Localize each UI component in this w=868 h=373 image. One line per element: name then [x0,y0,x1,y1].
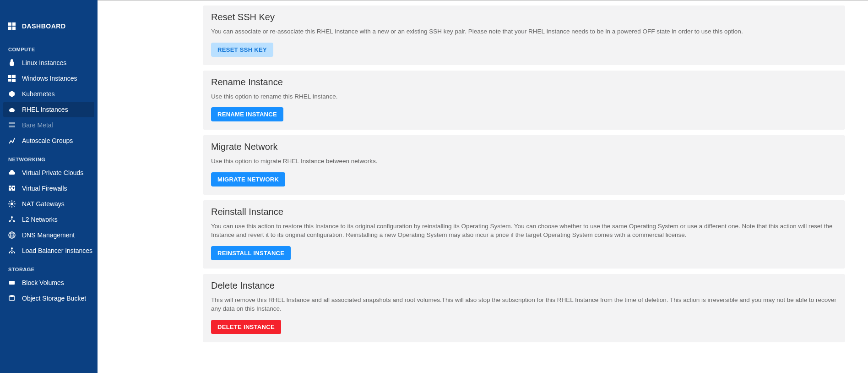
main-content: Reset SSH Key You can associate or re-as… [98,0,868,373]
sidebar-item-bare-metal: Bare Metal [0,117,98,133]
sidebar-item-label: Windows Instances [22,75,77,82]
svg-rect-15 [14,187,15,189]
sidebar-item-rhel-instances[interactable]: RHEL Instances [3,102,94,117]
sidebar-item-label: RHEL Instances [22,106,68,113]
sidebar-item-label: Bare Metal [22,121,53,129]
card-reset-ssh-key: Reset SSH Key You can associate or re-as… [203,5,845,65]
delete-instance-button[interactable]: DELETE INSTANCE [211,320,281,334]
sidebar-item-windows-instances[interactable]: Windows Instances [0,71,98,86]
sidebar-item-block-volumes[interactable]: Block Volumes [0,275,98,291]
sidebar-section-networking: NETWORKING [0,148,98,165]
kubernetes-icon [8,90,16,98]
linux-icon [8,59,16,66]
card-title: Delete Instance [211,280,837,291]
sidebar-item-label: NAT Gateways [22,200,65,208]
svg-point-29 [9,295,15,297]
svg-rect-16 [9,189,11,191]
card-description: You can use this action to restore this … [211,222,837,240]
card-description: This will remove this RHEL Instance and … [211,296,837,313]
cloud-icon [8,169,16,176]
sidebar-item-label: Object Storage Bucket [22,295,86,302]
rhel-icon [8,106,16,113]
svg-rect-26 [11,252,13,253]
sidebar-item-label: Block Volumes [22,279,64,286]
reinstall-instance-button[interactable]: REINSTALL INSTANCE [211,246,291,260]
load-balancer-icon [8,247,16,254]
card-delete-instance: Delete Instance This will remove this RH… [203,274,845,342]
sidebar-item-label: Kubernetes [22,90,55,98]
svg-point-19 [11,216,13,218]
svg-rect-11 [9,186,11,187]
sidebar-item-linux-instances[interactable]: Linux Instances [0,55,98,71]
svg-rect-0 [8,22,11,26]
bucket-icon [8,295,16,302]
sidebar-item-kubernetes[interactable]: Kubernetes [0,86,98,102]
svg-rect-27 [14,252,15,253]
sidebar-item-dashboard[interactable]: DASHBOARD [0,18,98,34]
sidebar-item-label: Autoscale Groups [22,137,73,144]
sidebar-item-label: Load Balancer Instances [22,247,92,254]
reset-ssh-key-button[interactable]: RESET SSH KEY [211,43,273,57]
sidebar-item-label: DNS Management [22,231,75,239]
windows-icon [8,75,16,82]
svg-rect-6 [8,79,11,82]
dashboard-icon [8,22,16,30]
svg-rect-12 [12,186,15,187]
svg-rect-2 [8,27,11,30]
autoscale-icon [8,137,16,144]
nat-icon [8,200,16,208]
sidebar-item-autoscale-groups[interactable]: Autoscale Groups [0,133,98,148]
card-migrate-network: Migrate Network Use this option to migra… [203,135,845,195]
svg-rect-7 [12,79,16,82]
svg-rect-9 [9,122,15,124]
svg-rect-14 [11,187,13,189]
sidebar-item-nat-gateways[interactable]: NAT Gateways [0,196,98,212]
sidebar-item-l2-networks[interactable]: L2 Networks [0,212,98,227]
migrate-network-button[interactable]: MIGRATE NETWORK [211,172,285,186]
card-title: Rename Instance [211,77,837,88]
sidebar-item-object-storage-bucket[interactable]: Object Storage Bucket [0,291,98,306]
svg-point-24 [11,247,13,249]
svg-point-18 [11,203,13,205]
sidebar-item-label: L2 Networks [22,216,58,223]
server-icon [8,121,16,129]
sidebar-item-dns-management[interactable]: DNS Management [0,227,98,243]
svg-rect-10 [9,126,15,127]
sidebar-item-label: Virtual Private Clouds [22,169,83,176]
sidebar-item-load-balancer[interactable]: Load Balancer Instances [0,243,98,258]
card-reinstall-instance: Reinstall Instance You can use this acti… [203,200,845,269]
disk-icon [8,279,16,286]
sidebar: DASHBOARD COMPUTE Linux Instances Window… [0,0,98,373]
sidebar-item-virtual-firewalls[interactable]: Virtual Firewalls [0,181,98,196]
card-rename-instance: Rename Instance Use this option to renam… [203,71,845,130]
globe-icon [8,231,16,239]
card-title: Migrate Network [211,142,837,152]
svg-marker-8 [9,91,15,97]
svg-rect-25 [9,252,10,253]
card-description: You can associate or re-associate this R… [211,27,837,36]
svg-rect-1 [12,22,16,26]
svg-rect-28 [9,281,15,285]
sidebar-item-vpc[interactable]: Virtual Private Clouds [0,165,98,181]
sidebar-item-label: DASHBOARD [22,22,66,30]
card-title: Reset SSH Key [211,12,837,22]
firewall-icon [8,185,16,192]
sidebar-section-storage: STORAGE [0,258,98,275]
sidebar-item-label: Linux Instances [22,59,66,66]
svg-rect-3 [12,27,16,30]
card-description: Use this option to migrate RHEL Instance… [211,157,837,166]
svg-rect-13 [9,187,11,189]
rename-instance-button[interactable]: RENAME INSTANCE [211,107,283,121]
card-description: Use this option to rename this RHEL Inst… [211,92,837,101]
sidebar-section-compute: COMPUTE [0,38,98,55]
sidebar-item-label: Virtual Firewalls [22,185,67,192]
card-title: Reinstall Instance [211,207,837,217]
svg-rect-4 [8,75,11,78]
network-icon [8,216,16,223]
svg-rect-17 [12,189,15,191]
svg-rect-5 [12,75,16,78]
